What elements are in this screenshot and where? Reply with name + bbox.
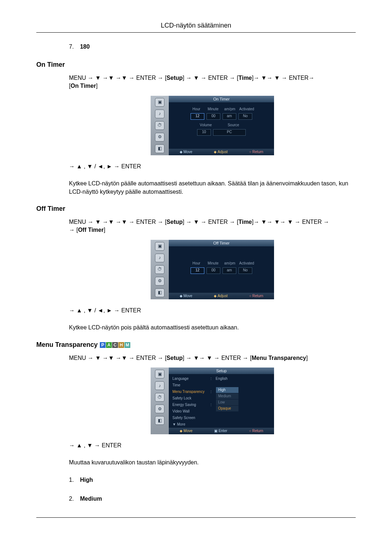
osd-footer: ◆ Move ◆ Adjust ○ Return xyxy=(169,293,274,299)
item-label: Video Wall xyxy=(172,409,211,414)
option-high[interactable]: High xyxy=(216,387,238,393)
heading-text: Menu Transparency xyxy=(36,341,98,348)
nav-target: Off Timer xyxy=(78,227,104,233)
nav-seg: MENU → ▼ →▼ →▼ → ENTER → xyxy=(69,75,165,81)
osd-setup-icon[interactable]: ⚙ xyxy=(155,405,164,413)
osd-setup-icon[interactable]: ⚙ xyxy=(155,133,164,141)
osd-header: Hour xyxy=(189,261,204,266)
nav-setup: Setup xyxy=(167,75,183,81)
osd-value-minute[interactable]: 00 xyxy=(207,113,220,120)
setup-item-safety-screen[interactable]: Safety Screen xyxy=(172,415,270,420)
option-low[interactable]: Low xyxy=(216,399,238,405)
nav-path: MENU → ▼ →▼ →▼ → ENTER → [Setup] → ▼→ ▼ … xyxy=(69,354,356,362)
list-item: 7. 180 xyxy=(69,44,356,50)
osd-on-timer: ▣ ♪ ⏱ ⚙ ◧ On Timer Hour Minute am/pm Act… xyxy=(69,96,356,155)
osd-sound-icon[interactable]: ♪ xyxy=(155,381,164,390)
osd-label-source: Source xyxy=(219,123,248,128)
nav-path: MENU → ▼ →▼ →▼ → ENTER → [Setup] → ▼ → E… xyxy=(69,74,356,90)
osd-setup-icon[interactable]: ⚙ xyxy=(155,277,164,286)
osd-value-hour[interactable]: 12 xyxy=(191,113,204,120)
item-label: Safety Lock xyxy=(172,396,211,401)
mode-badges: PACHM xyxy=(99,341,130,348)
nav-seg: → ▼→ ▼ → ENTER→ xyxy=(253,75,314,81)
footer-enter: ▣ Enter xyxy=(214,428,227,434)
osd-value-activated[interactable]: No xyxy=(238,267,252,274)
osd-picture-icon[interactable]: ▣ xyxy=(155,370,164,378)
nav-target: Menu Transparency xyxy=(252,355,306,361)
badge-m-icon: M xyxy=(124,342,130,348)
footer-adjust: ◆ Adjust xyxy=(214,149,228,155)
footer-return: ○ Return xyxy=(249,294,264,299)
osd-value-activated[interactable]: No xyxy=(238,113,252,120)
nav-seg: MENU → ▼ →▼ →▼ → ENTER → xyxy=(69,219,165,225)
nav-seg: → ▼ → ENTER → xyxy=(184,219,237,225)
on-timer-body: MENU → ▼ →▼ →▼ → ENTER → [Setup] → ▼ → E… xyxy=(69,74,356,196)
osd-value-hour[interactable]: 12 xyxy=(191,267,204,274)
osd-timer-icon[interactable]: ⏱ xyxy=(155,265,164,274)
osd-header: Activated xyxy=(239,261,254,266)
osd-title: Off Timer xyxy=(169,240,274,246)
osd-value-ampm[interactable]: am xyxy=(222,267,236,274)
colon: : xyxy=(211,376,216,381)
section-heading-on-timer: On Timer xyxy=(36,61,356,69)
footer-move: ◆ Move xyxy=(180,428,192,434)
setup-item-menu-transparency[interactable]: Menu Transparency : High Medium Low Opaq… xyxy=(172,389,270,394)
item-label: Language xyxy=(172,376,211,381)
osd-multi-icon[interactable]: ◧ xyxy=(155,144,164,153)
item-label: Menu Transparency xyxy=(172,389,211,394)
osd-sidebar: ▣ ♪ ⏱ ⚙ ◧ xyxy=(151,96,169,155)
osd-value-ampm[interactable]: am xyxy=(222,113,236,120)
option-opaque[interactable]: Opaque xyxy=(216,406,238,411)
page-title: LCD-näytön säätäminen xyxy=(36,22,356,33)
setup-list: Language : English Time Menu Transparenc… xyxy=(172,376,270,427)
setup-item-language[interactable]: Language : English xyxy=(172,376,270,381)
footer-rule xyxy=(36,517,356,518)
nav-setup: Setup xyxy=(167,219,183,225)
page: LCD-näytön säätäminen 7. 180 On Timer ME… xyxy=(0,0,392,547)
osd-sidebar: ▣ ♪ ⏱ ⚙ ◧ xyxy=(151,240,169,299)
nav-time: Time xyxy=(238,219,252,225)
section-heading-menu-transparency: Menu Transparency PACHM xyxy=(36,341,356,349)
osd-value-source[interactable]: PC xyxy=(213,129,246,136)
osd-sound-icon[interactable]: ♪ xyxy=(155,254,164,262)
item-number: 7. xyxy=(69,44,78,50)
description: Muuttaa kuvaruutuvalikon taustan läpinäk… xyxy=(69,459,356,467)
key-hint: → ▲ , ▼ / ◄, ► → ENTER xyxy=(69,307,356,315)
item-label: Safety Screen xyxy=(172,415,211,420)
item-number: 1. xyxy=(69,476,78,484)
option-medium[interactable]: Medium xyxy=(216,393,238,399)
item-label: High xyxy=(80,477,93,483)
section-heading-off-timer: Off Timer xyxy=(36,205,356,213)
osd-off-timer: ▣ ♪ ⏱ ⚙ ◧ Off Timer Hour Minute am/pm Ac… xyxy=(69,240,356,299)
osd-label-volume: Volume xyxy=(195,123,217,128)
item-label: ▼ More xyxy=(172,422,211,427)
osd-timer-icon[interactable]: ⏱ xyxy=(155,121,164,130)
osd-value-volume[interactable]: 10 xyxy=(197,129,211,136)
nav-path: MENU → ▼ →▼ →▼ → ENTER → [Setup] → ▼ → E… xyxy=(69,218,356,234)
badge-h-icon: H xyxy=(118,342,124,348)
setup-item-more[interactable]: ▼ More xyxy=(172,422,270,427)
key-hint: → ▲ , ▼ → ENTER xyxy=(69,442,356,450)
key-hint: → ▲ , ▼ / ◄, ► → ENTER xyxy=(69,163,356,171)
osd-sound-icon[interactable]: ♪ xyxy=(155,110,164,118)
osd-picture-icon[interactable]: ▣ xyxy=(155,98,164,107)
off-timer-body: MENU → ▼ →▼ →▼ → ENTER → [Setup] → ▼ → E… xyxy=(69,218,356,332)
footer-adjust: ◆ Adjust xyxy=(214,294,228,299)
osd-multi-icon[interactable]: ◧ xyxy=(155,416,164,425)
osd-value-minute[interactable]: 00 xyxy=(207,267,220,274)
osd-picture-icon[interactable]: ▣ xyxy=(155,242,164,251)
preceding-list: 7. 180 xyxy=(69,44,356,50)
item-label: Time xyxy=(172,383,211,388)
badge-c-icon: C xyxy=(112,342,118,348)
footer-move: ◆ Move xyxy=(180,294,192,299)
footer-return: ○ Return xyxy=(249,149,264,155)
transparency-options: High Medium Low Opaque xyxy=(216,387,238,411)
osd-footer: ◆ Move ◆ Adjust ○ Return xyxy=(169,149,274,155)
item-label: Energy Saving xyxy=(172,402,211,407)
osd-header: am/pm xyxy=(222,261,237,266)
list-item: 1. High xyxy=(69,476,356,484)
nav-seg: → ▼→ ▼→ ▼ → ENTER → xyxy=(253,219,329,225)
osd-header: Activated xyxy=(239,107,254,112)
osd-multi-icon[interactable]: ◧ xyxy=(155,288,164,297)
osd-timer-icon[interactable]: ⏱ xyxy=(155,393,164,402)
